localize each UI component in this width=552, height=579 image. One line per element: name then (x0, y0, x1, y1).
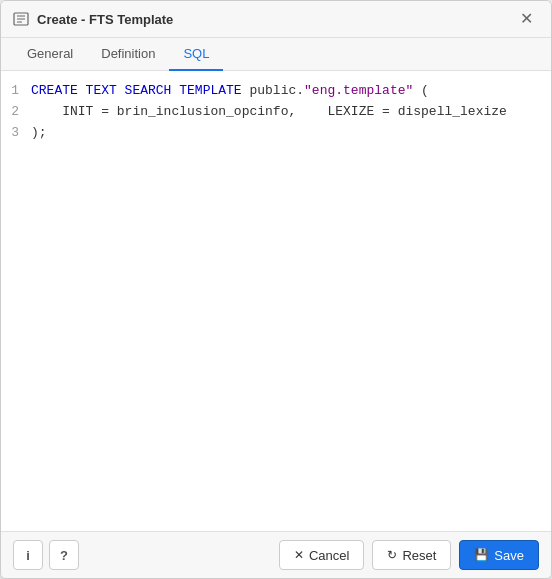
cancel-button[interactable]: ✕ Cancel (279, 540, 364, 570)
code-editor[interactable]: 1 CREATE TEXT SEARCH TEMPLATE public."en… (1, 71, 551, 531)
reset-button[interactable]: ↻ Reset (372, 540, 451, 570)
save-icon: 💾 (474, 548, 489, 562)
cancel-icon: ✕ (294, 548, 304, 562)
tab-sql[interactable]: SQL (169, 38, 223, 71)
save-label: Save (494, 548, 524, 563)
info-button[interactable]: i (13, 540, 43, 570)
fts-template-icon (13, 11, 29, 27)
line-content-1: CREATE TEXT SEARCH TEMPLATE public."eng.… (31, 81, 429, 102)
cancel-label: Cancel (309, 548, 349, 563)
line-content-3: ); (31, 123, 47, 144)
reset-icon: ↻ (387, 548, 397, 562)
help-button[interactable]: ? (49, 540, 79, 570)
line-number-1: 1 (1, 81, 31, 102)
close-button[interactable]: ✕ (514, 9, 539, 29)
save-button[interactable]: 💾 Save (459, 540, 539, 570)
footer-left: i ? (13, 540, 79, 570)
tab-general[interactable]: General (13, 38, 87, 71)
line-number-2: 2 (1, 102, 31, 123)
dialog-footer: i ? ✕ Cancel ↻ Reset 💾 Save (1, 531, 551, 578)
tab-bar: General Definition SQL (1, 38, 551, 71)
dialog-header: Create - FTS Template ✕ (1, 1, 551, 38)
sql-content-area: 1 CREATE TEXT SEARCH TEMPLATE public."en… (1, 71, 551, 531)
code-line-3: 3 ); (1, 123, 551, 144)
tab-definition[interactable]: Definition (87, 38, 169, 71)
dialog-title: Create - FTS Template (37, 12, 173, 27)
create-fts-template-dialog: Create - FTS Template ✕ General Definiti… (0, 0, 552, 579)
code-line-2: 2 INIT = brin_inclusion_opcinfo, LEXIZE … (1, 102, 551, 123)
line-number-3: 3 (1, 123, 31, 144)
line-content-2: INIT = brin_inclusion_opcinfo, LEXIZE = … (31, 102, 507, 123)
dialog-title-area: Create - FTS Template (13, 11, 173, 27)
code-line-1: 1 CREATE TEXT SEARCH TEMPLATE public."en… (1, 81, 551, 102)
footer-right: ✕ Cancel ↻ Reset 💾 Save (279, 540, 539, 570)
reset-label: Reset (402, 548, 436, 563)
